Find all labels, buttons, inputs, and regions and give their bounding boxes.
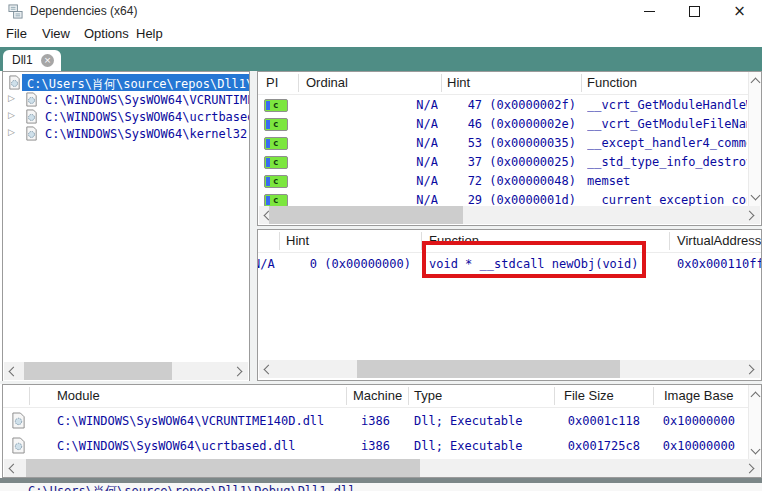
col-function[interactable]: Function xyxy=(587,75,637,90)
scroll-right-icon[interactable] xyxy=(745,464,755,474)
tab-close-icon[interactable]: × xyxy=(41,54,54,67)
c-import-icon: c xyxy=(264,156,288,169)
ordinal-cell: N/A xyxy=(298,174,438,188)
hint-cell: 53 (0x00000035) xyxy=(448,136,576,150)
exports-hscrollbar[interactable] xyxy=(259,360,760,378)
dependency-tree: C:\Users\肖何\source\repos\Dll1\ ▷ C:\WIND… xyxy=(2,71,250,383)
scroll-down-icon[interactable] xyxy=(751,191,761,201)
modules-vscrollbar[interactable] xyxy=(748,385,761,461)
title-bar[interactable]: Dependencies (x64) × xyxy=(0,0,762,23)
panel-splitter[interactable] xyxy=(250,71,257,383)
tab-bar: Dll1 × xyxy=(0,47,762,71)
tree-item-ucrtbased[interactable]: ▷ C:\WINDOWS\SysWOW64\ucrtbased xyxy=(3,108,249,125)
clipped-background-text: C:\Users\肖何\source\repos\Dll1\Debug\Dll1… xyxy=(28,483,355,491)
window-title: Dependencies (x64) xyxy=(30,4,137,18)
modules-hscroll-thumb[interactable] xyxy=(26,459,420,477)
imports-hscrollbar[interactable] xyxy=(259,206,760,224)
hint-cell: 0 (0x00000000) xyxy=(288,257,411,271)
tree-hscroll-thumb[interactable] xyxy=(24,362,172,380)
function-cell: __current_exception_con xyxy=(587,193,747,207)
module-icon xyxy=(24,92,39,107)
column-divider xyxy=(408,387,409,405)
minimize-button[interactable] xyxy=(627,0,672,23)
col-hint[interactable]: Hint xyxy=(286,233,309,248)
table-row[interactable]: c N/A 46 (0x0000002e) __vcrt_GetModuleFi… xyxy=(258,115,761,134)
column-divider xyxy=(346,387,347,405)
table-row[interactable]: c N/A 37 (0x00000025) __std_type_info_de… xyxy=(258,153,761,172)
hint-cell: 37 (0x00000025) xyxy=(448,155,576,169)
column-divider xyxy=(669,232,670,250)
column-divider xyxy=(653,387,654,405)
scroll-right-icon[interactable] xyxy=(745,365,755,375)
column-divider xyxy=(298,74,299,92)
module-cell: C:\WINDOWS\SysWOW64\VCRUNTIME140D.dll xyxy=(57,414,345,428)
expander-icon[interactable]: ▷ xyxy=(8,110,15,120)
type-cell: Dll; Executable xyxy=(414,414,552,428)
scroll-down-icon[interactable] xyxy=(751,445,761,455)
module-cell: C:\WINDOWS\SysWOW64\ucrtbased.dll xyxy=(57,439,345,453)
module-icon xyxy=(11,437,26,454)
app-icon xyxy=(8,4,23,19)
background-window-strip: C:\Users\肖何\source\repos\Dll1\Debug\Dll1… xyxy=(0,483,762,491)
col-machine[interactable]: Machine xyxy=(353,388,402,403)
tree-item-path: C:\WINDOWS\SysWOW64\ucrtbased xyxy=(45,110,250,124)
imagebase-cell: 0x10000000 xyxy=(660,414,735,428)
function-cell: __vcrt_GetModuleFileNam xyxy=(587,117,747,131)
col-ordinal[interactable]: Ordinal xyxy=(306,75,348,90)
col-hint[interactable]: Hint xyxy=(447,75,470,90)
menu-options[interactable]: Options xyxy=(84,26,129,41)
tab-label: Dll1 xyxy=(12,53,33,67)
tree-item-kernel32[interactable]: ▷ C:\WINDOWS\SysWOW64\kernel32. xyxy=(3,125,249,142)
imports-hscroll-thumb[interactable] xyxy=(269,206,463,224)
close-button[interactable]: × xyxy=(717,0,762,23)
col-filesize[interactable]: File Size xyxy=(564,388,614,403)
tree-hscrollbar[interactable] xyxy=(4,362,248,380)
menu-view[interactable]: View xyxy=(42,26,70,41)
scroll-right-icon[interactable] xyxy=(233,367,243,377)
tree-item-path: C:\WINDOWS\SysWOW64\VCRUNTIME xyxy=(45,93,250,107)
menu-help[interactable]: Help xyxy=(136,26,163,41)
col-pi[interactable]: PI xyxy=(266,75,278,90)
exports-hscroll-thumb[interactable] xyxy=(357,360,620,378)
function-cell: __vcrt_GetModuleHandleW xyxy=(587,98,747,112)
table-row[interactable]: c N/A 72 (0x00000048) memset xyxy=(258,172,761,191)
column-divider xyxy=(29,387,30,405)
modules-hscrollbar[interactable] xyxy=(4,459,760,477)
col-type[interactable]: Type xyxy=(414,388,442,403)
scroll-up-icon[interactable] xyxy=(751,392,761,402)
tree-item-vcruntime[interactable]: ▷ C:\WINDOWS\SysWOW64\VCRUNTIME xyxy=(3,91,249,108)
exports-table: Hint Function VirtualAddress N/A 0 (0x00… xyxy=(257,229,762,381)
ordinal-cell: N/A xyxy=(298,136,438,150)
column-divider xyxy=(554,387,555,405)
scroll-left-icon[interactable] xyxy=(9,464,19,474)
type-cell: Dll; Executable xyxy=(414,439,552,453)
table-row[interactable]: C:\WINDOWS\SysWOW64\VCRUNTIME140D.dll i3… xyxy=(3,409,761,434)
c-import-icon: c xyxy=(264,99,288,112)
col-virtualaddress[interactable]: VirtualAddress xyxy=(677,233,761,248)
modules-table: Module Machine Type File Size Image Base… xyxy=(2,384,762,478)
table-row[interactable]: c N/A 47 (0x0000002f) __vcrt_GetModuleHa… xyxy=(258,96,761,115)
minimize-icon xyxy=(644,11,655,12)
tab-dll1[interactable]: Dll1 × xyxy=(3,50,61,71)
ordinal-cell: N/A xyxy=(298,98,438,112)
scroll-left-icon[interactable] xyxy=(9,367,19,377)
scroll-up-icon[interactable] xyxy=(751,78,761,88)
col-module[interactable]: Module xyxy=(57,388,100,403)
maximize-button[interactable] xyxy=(672,0,717,23)
header-divider xyxy=(258,94,761,95)
filesize-cell: 0x001725c8 xyxy=(558,439,640,453)
dependencies-window: Dependencies (x64) × File View Options H… xyxy=(0,0,762,491)
scroll-left-icon[interactable] xyxy=(264,365,274,375)
col-imagebase[interactable]: Image Base xyxy=(664,388,733,403)
scroll-right-icon[interactable] xyxy=(745,211,755,221)
column-divider xyxy=(279,232,280,250)
menu-file[interactable]: File xyxy=(6,26,27,41)
c-import-icon: c xyxy=(264,118,288,131)
hint-cell: 47 (0x0000002f) xyxy=(448,98,576,112)
expander-icon[interactable]: ▷ xyxy=(8,127,15,137)
ordinal-cell: N/A xyxy=(298,117,438,131)
imports-vscrollbar[interactable] xyxy=(748,72,761,206)
expander-icon[interactable]: ▷ xyxy=(8,93,15,103)
tree-item-dll1[interactable]: C:\Users\肖何\source\repos\Dll1\ xyxy=(3,74,249,91)
table-row[interactable]: c N/A 53 (0x00000035) __except_handler4_… xyxy=(258,134,761,153)
